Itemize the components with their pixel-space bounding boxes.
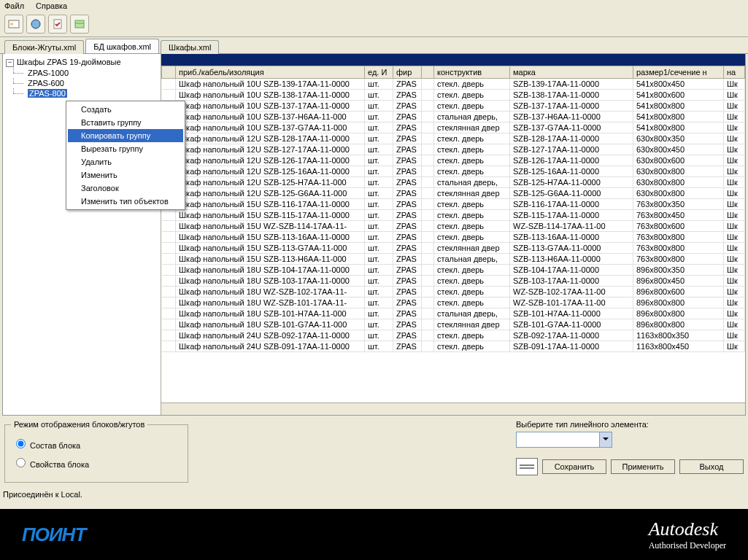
col-size[interactable]: размер1/сечение н (633, 66, 724, 79)
menubar: Файл Справка (0, 0, 748, 12)
grid-title-bar (161, 54, 745, 66)
footer: ПОИНТ AutodeskAuthorised Developer (0, 509, 748, 560)
context-menu: Создать Вставить группу Копировать групп… (66, 101, 185, 210)
table-row[interactable]: Шкаф напольный 15U SZB-113-H6AA-11-000шт… (162, 254, 745, 265)
svg-rect-4 (75, 20, 84, 28)
radio-composition-label: Состав блока (30, 441, 80, 450)
tree-node-zpas1000[interactable]: ZPAS-1000 (4, 68, 159, 78)
radio-properties[interactable]: Свойства блока (12, 456, 180, 469)
linetype-preview (516, 458, 538, 475)
col-construct[interactable]: конструктив (434, 66, 510, 79)
table-row[interactable]: Шкаф напольный 12U SZB-125-16AA-11-0000ш… (162, 166, 745, 177)
toolbar-btn-1[interactable] (4, 15, 23, 34)
file-tabs: Блоки-Жгуты.xml БД шкафов.xml Шкафы.xml (0, 37, 748, 54)
collapse-icon[interactable]: − (6, 59, 14, 67)
table-row[interactable]: Шкаф напольный 12U SZB-125-G6AA-11-000шт… (162, 188, 745, 199)
table-row[interactable]: Шкаф напольный 18U SZB-104-17AA-11-0000ш… (162, 265, 745, 276)
ctx-cut-group[interactable]: Вырезать группу (68, 142, 183, 155)
ctx-edit[interactable]: Изменить (68, 168, 183, 182)
right-controls: Выберите тип линейного элемента: Сохрани… (516, 420, 744, 483)
save-button[interactable]: Сохранить (542, 459, 606, 474)
col-sep[interactable] (422, 66, 434, 79)
user-card-icon (8, 18, 20, 30)
table-row[interactable]: Шкаф напольный 10U SZB-137-G7AA-11-000шт… (162, 122, 745, 133)
tree-node-zpas600[interactable]: ZPAS-600 (4, 78, 159, 88)
menu-file[interactable]: Файл (4, 1, 24, 10)
table-row[interactable]: Шкаф напольный 18U SZB-103-17AA-11-0000ш… (162, 276, 745, 287)
globe-icon (30, 18, 42, 30)
grid-panel: приб./кабель/изоляция ед. И фир конструк… (161, 54, 745, 415)
table-row[interactable]: Шкаф напольный 18U WZ-SZB-102-17AA-11-шт… (162, 287, 745, 298)
table-row[interactable]: Шкаф напольный 24U SZB-092-17AA-11-0000ш… (162, 330, 745, 341)
radio-properties-input[interactable] (16, 458, 26, 467)
table-row[interactable]: Шкаф напольный 15U WZ-SZB-114-17AA-11-шт… (162, 221, 745, 232)
bottom-panel: Режим отображения блоков/жгутов Состав б… (0, 416, 748, 487)
table-icon (74, 18, 85, 30)
data-grid[interactable]: приб./кабель/изоляция ед. И фир конструк… (161, 66, 745, 402)
main-window: Файл Справка Блоки-Жгуты.xml БД шкафов.x… (0, 0, 748, 560)
toolbar-btn-3[interactable] (48, 15, 67, 34)
group-title: Режим отображения блоков/жгутов (11, 420, 147, 429)
status-bar: Присоединён к Local. (3, 490, 82, 499)
col-unit[interactable]: ед. И (365, 66, 393, 79)
table-row[interactable]: Шкаф напольный 18U WZ-SZB-101-17AA-11-шт… (162, 298, 745, 308)
ctx-delete[interactable]: Удалить (68, 155, 183, 168)
ctx-create[interactable]: Создать (68, 103, 183, 116)
table-row[interactable]: Шкаф напольный 18U SZB-101-G7AA-11-000шт… (162, 319, 745, 330)
horizontal-scrollbar[interactable] (161, 402, 745, 415)
table-row[interactable]: Шкаф напольный 15U SZB-113-G7AA-11-000шт… (162, 243, 745, 254)
table-row[interactable]: Шкаф напольный 10U SZB-139-17AA-11-0000ш… (162, 79, 745, 90)
tab-bd-shkafov[interactable]: БД шкафов.xml (85, 39, 159, 53)
exit-button[interactable]: Выход (679, 459, 744, 474)
table-row[interactable]: Шкаф напольный 12U SZB-127-17AA-11-0000ш… (162, 144, 745, 155)
toolbar-btn-4[interactable] (70, 15, 89, 34)
ctx-header[interactable]: Заголовок (68, 182, 183, 195)
line-sample-icon (520, 464, 534, 470)
doc-check-icon (52, 18, 63, 30)
col-cable[interactable]: приб./кабель/изоляция (176, 66, 365, 79)
table-row[interactable]: Шкаф напольный 15U SZB-113-16AA-11-0000ш… (162, 232, 745, 243)
svg-point-2 (31, 20, 40, 28)
menu-help[interactable]: Справка (36, 1, 67, 10)
table-row[interactable]: Шкаф напольный 10U SZB-138-17AA-11-0000ш… (162, 90, 745, 101)
col-mark[interactable]: марка (510, 66, 633, 79)
toolbar (0, 12, 748, 37)
ctx-copy-group[interactable]: Копировать группу (68, 129, 183, 142)
linetype-combo[interactable] (516, 432, 612, 448)
col-firm[interactable]: фир (393, 66, 422, 79)
col-blank[interactable] (162, 66, 176, 79)
display-mode-group: Режим отображения блоков/жгутов Состав б… (4, 424, 188, 483)
table-row[interactable]: Шкаф напольный 24U SZB-091-17AA-11-0000ш… (162, 341, 745, 352)
table-row[interactable]: Шкаф напольный 10U SZB-137-17AA-11-0000ш… (162, 101, 745, 112)
grid-header[interactable]: приб./кабель/изоляция ед. И фир конструк… (162, 66, 745, 79)
footer-logo-left: ПОИНТ (22, 524, 85, 546)
tab-bloki[interactable]: Блоки-Жгуты.xml (4, 40, 84, 54)
ctx-change-type[interactable]: Изменить тип объектов (68, 195, 183, 208)
radio-composition-input[interactable] (16, 439, 26, 448)
table-row[interactable]: Шкаф напольный 12U SZB-126-17AA-11-0000ш… (162, 155, 745, 166)
table-row[interactable]: Шкаф напольный 15U SZB-115-17AA-11-0000ш… (162, 210, 745, 221)
col-na[interactable]: на (724, 66, 745, 79)
tree-root[interactable]: −Шкафы ZPAS 19-дюймовые (4, 57, 159, 68)
radio-properties-label: Свойства блока (30, 460, 89, 469)
radio-composition[interactable]: Состав блока (12, 437, 180, 450)
table-row[interactable]: Шкаф напольный 18U SZB-101-H7AA-11-000шт… (162, 308, 745, 319)
table-row[interactable]: Шкаф напольный 12U SZB-125-H7AA-11-000шт… (162, 177, 745, 188)
linetype-label: Выберите тип линейного элемента: (516, 420, 744, 429)
table-row[interactable]: Шкаф напольный 10U SZB-137-H6AA-11-000шт… (162, 112, 745, 122)
tab-shkafy[interactable]: Шкафы.xml (161, 40, 219, 54)
tree-node-zpas800[interactable]: ZPAS-800 (4, 88, 159, 98)
table-row[interactable]: Шкаф напольный 12U SZB-128-17AA-11-0000ш… (162, 133, 745, 144)
svg-point-1 (10, 23, 13, 26)
ctx-insert-group[interactable]: Вставить группу (68, 116, 183, 129)
table-row[interactable]: Шкаф напольный 15U SZB-116-17AA-11-0000ш… (162, 199, 745, 210)
apply-button[interactable]: Применить (611, 459, 675, 474)
toolbar-btn-2[interactable] (26, 15, 45, 34)
footer-logo-right: AutodeskAuthorised Developer (649, 518, 726, 551)
